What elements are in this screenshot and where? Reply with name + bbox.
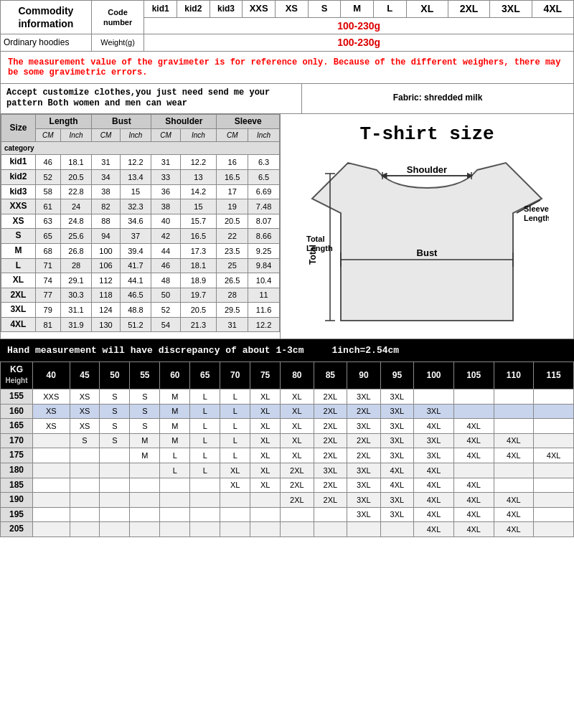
size-data-cell: 17	[217, 184, 248, 199]
size-data-cell: 106	[92, 258, 120, 273]
kg-110: 110	[494, 361, 534, 389]
kg-size-cell	[160, 522, 190, 537]
size-data-cell: 34	[92, 169, 120, 184]
size-row: 2XL7730.311846.55019.72811	[1, 288, 280, 303]
size-data-cell: 46	[151, 258, 180, 273]
kg-size-cell	[534, 522, 574, 537]
height-cell: 190	[1, 493, 33, 508]
kg-size-cell: 4XL	[380, 478, 414, 493]
size-data-cell: 50	[151, 288, 180, 303]
size-data-cell: 18.1	[180, 258, 217, 273]
kg-65: 65	[190, 361, 220, 389]
kg-size-cell: S	[70, 433, 100, 448]
size-data-cell: 16.5	[217, 169, 248, 184]
kg-size-cell	[70, 522, 100, 537]
subh-inch1: Inch	[60, 129, 92, 142]
kg-size-cell	[453, 463, 494, 478]
kg-85: 85	[314, 361, 347, 389]
kg-size-cell	[33, 493, 70, 508]
kg-105: 105	[453, 361, 494, 389]
kg-size-cell	[534, 507, 574, 522]
kg-size-cell	[100, 448, 130, 463]
ordinary-hoodies-row: Ordinary hoodies Weight(g) 100-230g	[1, 34, 574, 51]
kg-size-cell: L	[220, 433, 250, 448]
size-data-cell: 22.8	[60, 184, 92, 199]
size-data-cell: 24	[60, 199, 92, 214]
size-data-cell: 52	[151, 303, 180, 318]
size-data-cell: 118	[92, 288, 120, 303]
size-data-cell: 12.2	[180, 155, 217, 170]
size-data-cell: 21.3	[180, 317, 217, 332]
size-data-cell: 31.9	[60, 317, 92, 332]
kg-size-cell: S	[100, 389, 130, 404]
subh-cm3: CM	[151, 129, 180, 142]
kg-size-cell: XL	[281, 404, 314, 419]
kg-size-cell: 4XL	[453, 493, 494, 508]
size-data-cell: 32.3	[120, 199, 151, 214]
size-label-cell: kid3	[1, 184, 36, 199]
size-data-cell: 63	[35, 214, 60, 229]
kg-size-cell	[534, 389, 574, 404]
size-data-cell: 30.3	[60, 288, 92, 303]
size-data-cell: 26.8	[60, 243, 92, 258]
kg-size-cell	[100, 522, 130, 537]
kg-size-cell: 3XL	[380, 419, 414, 434]
kg-size-cell: L	[160, 463, 190, 478]
kg-size-cell: L	[190, 404, 220, 419]
subh-cm1: CM	[35, 129, 60, 142]
size-data-cell: 38	[151, 199, 180, 214]
kg-size-cell: XL	[250, 419, 281, 434]
tshirt-diagram-container: T-shirt size Shoulder Bust	[281, 114, 573, 339]
size-data-cell: 124	[92, 303, 120, 318]
size-row: kid25220.53413.4331316.56.5	[1, 169, 280, 184]
kg-data-row: 1953XL3XL4XL4XL4XL	[1, 507, 574, 522]
kg-size-cell	[534, 404, 574, 419]
gravimeter-note: The measurement value of the gravimeter …	[0, 52, 574, 84]
kg-size-cell: XL	[250, 463, 281, 478]
kg-size-cell: 4XL	[380, 463, 414, 478]
size-data-cell: 20.5	[60, 169, 92, 184]
size-data-cell: 8.66	[248, 229, 280, 244]
kg-115: 115	[534, 361, 574, 389]
size-data-cell: 61	[35, 199, 60, 214]
h-3xl: 3XL	[490, 1, 532, 18]
svg-text:Total: Total	[306, 235, 324, 243]
header-table: Commodityinformation Codenumber kid1 kid…	[0, 0, 574, 52]
size-data-cell: 11	[248, 288, 280, 303]
h-m: M	[341, 1, 374, 18]
kg-size-cell: XL	[250, 404, 281, 419]
kg-size-cell	[453, 389, 494, 404]
kg-size-cell	[281, 522, 314, 537]
kg-size-cell: S	[130, 404, 160, 419]
size-data-cell: 79	[35, 303, 60, 318]
size-label-cell: S	[1, 229, 36, 244]
kg-size-cell: 2XL	[347, 448, 381, 463]
kg-size-cell	[534, 463, 574, 478]
kg-size-cell	[190, 507, 220, 522]
kg-size-cell: M	[160, 419, 190, 434]
kg-size-cell: 3XL	[380, 507, 414, 522]
kg-size-cell: M	[130, 448, 160, 463]
size-row: XL7429.111244.14818.926.510.4	[1, 273, 280, 288]
note-text: The measurement value of the gravimeter …	[8, 57, 561, 77]
kg-size-cell: 4XL	[414, 522, 454, 537]
kg-size-cell: S	[100, 419, 130, 434]
size-label-cell: XS	[1, 214, 36, 229]
kg-data-row: 155XXSXSSSMLLXLXL2XL3XL3XL	[1, 389, 574, 404]
size-data-cell: 28	[217, 288, 248, 303]
size-data-cell: 58	[35, 184, 60, 199]
size-data-cell: 11.6	[248, 303, 280, 318]
kg-size-cell	[494, 463, 534, 478]
kg-size-cell: 4XL	[453, 478, 494, 493]
kg-size-cell	[70, 478, 100, 493]
kg-size-cell	[347, 522, 381, 537]
kg-size-cell	[190, 493, 220, 508]
size-data-cell: 44.1	[120, 273, 151, 288]
size-data-cell: 20.5	[180, 303, 217, 318]
kg-data-row: 2054XL4XL4XL	[1, 522, 574, 537]
sleeve-col: Sleeve	[217, 114, 280, 129]
size-data-cell: 40	[151, 214, 180, 229]
size-data-cell: 29.1	[60, 273, 92, 288]
code-number-header: Codenumber	[91, 1, 144, 34]
kg-size-cell	[190, 478, 220, 493]
